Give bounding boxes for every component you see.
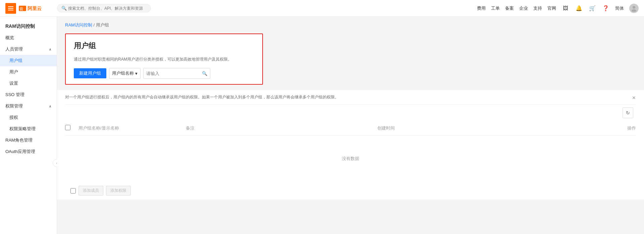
nav-item-cost[interactable]: 费用 bbox=[477, 5, 486, 11]
chevron-down-icon: ▾ bbox=[135, 71, 138, 76]
sidebar-item-auth[interactable]: 授权 bbox=[0, 112, 57, 123]
add-member-button: 添加成员 bbox=[78, 186, 103, 196]
sidebar: RAM访问控制 概览 人员管理 ∧ 用户组 用户 设置 SSO 管理 权限管理 … bbox=[0, 17, 57, 234]
people-mgmt-label: 人员管理 bbox=[5, 46, 23, 52]
content-area: 对一个用户组进行授权后，用户组内的所有用户会自动继承该用户组的权限。如果一个用户… bbox=[57, 90, 644, 200]
sidebar-item-user-group[interactable]: 用户组 bbox=[0, 55, 57, 66]
chevron-up-icon2: ∧ bbox=[49, 104, 51, 108]
breadcrumb-ram[interactable]: RAM访问控制 bbox=[65, 22, 92, 27]
info-text: 通过用户组对职责相同的RAM用户进行分类并授权，可以更加高效地管理用户及其权限。 bbox=[74, 57, 232, 62]
table-col-name: 用户组名称/显示名称 bbox=[78, 125, 186, 131]
logo: 云 阿里云 bbox=[19, 4, 49, 13]
table-col-time: 创建时间 bbox=[377, 125, 569, 131]
add-perm-button: 添加权限 bbox=[106, 186, 131, 196]
search-input[interactable] bbox=[68, 6, 147, 11]
logo-svg: 云 阿里云 bbox=[19, 4, 49, 13]
search-icon2[interactable]: 🔍 bbox=[202, 71, 207, 76]
refresh-button[interactable]: ↻ bbox=[623, 107, 633, 118]
svg-point-3 bbox=[633, 6, 635, 9]
outer-info-banner: 对一个用户组进行授权后，用户组内的所有用户会自动继承该用户组的权限。如果一个用户… bbox=[65, 90, 636, 105]
select-all-checkbox[interactable] bbox=[65, 125, 70, 130]
select-all-checkbox-bottom[interactable] bbox=[70, 188, 76, 193]
table-check-col bbox=[65, 125, 78, 131]
refresh-row: ↻ bbox=[65, 105, 636, 121]
nav-item-ticket[interactable]: 工单 bbox=[491, 5, 500, 11]
empty-text: 没有数据 bbox=[342, 156, 359, 161]
empty-state: 没有数据 bbox=[65, 136, 636, 182]
cart-icon[interactable]: 🛒 bbox=[588, 4, 596, 12]
close-info-btn[interactable]: ✕ bbox=[632, 94, 636, 101]
sidebar-item-overview[interactable]: 概览 bbox=[0, 32, 57, 44]
table-footer: 添加成员 添加权限 bbox=[65, 182, 636, 200]
sidebar-item-settings[interactable]: 设置 bbox=[0, 78, 57, 89]
nav-item-enterprise[interactable]: 企业 bbox=[519, 5, 528, 11]
svg-text:阿里云: 阿里云 bbox=[28, 6, 42, 11]
main-content: RAM访问控制 / 用户组 用户组 通过用户组对职责相同的RAM用户进行分类并授… bbox=[57, 17, 644, 234]
perm-mgmt-label: 权限管理 bbox=[5, 103, 23, 109]
toolbar: 新建用户组 用户组名称 ▾ 🔍 bbox=[74, 68, 254, 79]
table-col-action: 操作 bbox=[569, 125, 636, 131]
page-header-box: 用户组 通过用户组对职责相同的RAM用户进行分类并授权，可以更加高效地管理用户及… bbox=[65, 33, 263, 85]
svg-point-4 bbox=[632, 9, 636, 12]
search-wrap[interactable]: 🔍 bbox=[143, 68, 210, 79]
svg-text:云: 云 bbox=[19, 7, 23, 11]
sidebar-item-oauth[interactable]: OAuth应用管理 bbox=[0, 146, 57, 157]
breadcrumb: RAM访问控制 / 用户组 bbox=[65, 22, 636, 28]
nav-right: 费用 工单 备案 企业 支持 官网 🖼 🔔 🛒 ❓ 简体 bbox=[477, 4, 639, 13]
new-group-button[interactable]: 新建用户组 bbox=[74, 68, 106, 78]
filter-label: 用户组名称 bbox=[112, 70, 134, 76]
chevron-up-icon: ∧ bbox=[49, 48, 51, 51]
nav-item-icp[interactable]: 备案 bbox=[505, 5, 514, 11]
filter-dropdown[interactable]: 用户组名称 ▾ bbox=[109, 68, 141, 79]
help-icon[interactable]: ❓ bbox=[602, 4, 610, 12]
sidebar-item-people-mgmt[interactable]: 人员管理 ∧ bbox=[0, 44, 57, 55]
sidebar-title: RAM访问控制 bbox=[0, 19, 57, 32]
table-col-note: 备注 bbox=[186, 125, 377, 131]
user-avatar[interactable] bbox=[629, 4, 639, 13]
nav-item-support[interactable]: 支持 bbox=[533, 5, 542, 11]
bell-icon[interactable]: 🔔 bbox=[575, 4, 583, 12]
menu-button[interactable] bbox=[5, 3, 16, 14]
search-icon: 🔍 bbox=[61, 6, 67, 11]
layout: RAM访问控制 概览 人员管理 ∧ 用户组 用户 设置 SSO 管理 权限管理 … bbox=[0, 17, 644, 234]
global-search[interactable]: 🔍 bbox=[57, 4, 151, 12]
image-icon[interactable]: 🖼 bbox=[561, 4, 570, 12]
outer-info-text: 对一个用户组进行授权后，用户组内的所有用户会自动继承该用户组的权限。如果一个用户… bbox=[65, 94, 339, 100]
sidebar-item-policy[interactable]: 权限策略管理 bbox=[0, 123, 57, 135]
top-nav: 云 阿里云 🔍 费用 工单 备案 企业 支持 官网 🖼 🔔 🛒 ❓ 简体 bbox=[0, 0, 644, 17]
table-header: 用户组名称/显示名称 备注 创建时间 操作 bbox=[65, 121, 636, 136]
nav-item-official[interactable]: 官网 bbox=[547, 5, 556, 11]
language-selector[interactable]: 简体 bbox=[615, 5, 624, 11]
sidebar-item-sso[interactable]: SSO 管理 bbox=[0, 89, 57, 100]
sidebar-item-perm-mgmt[interactable]: 权限管理 ∧ bbox=[0, 100, 57, 112]
breadcrumb-user-group: 用户组 bbox=[96, 22, 109, 27]
breadcrumb-sep: / bbox=[94, 22, 96, 27]
page-title: 用户组 bbox=[74, 41, 254, 51]
info-banner: 通过用户组对职责相同的RAM用户进行分类并授权，可以更加高效地管理用户及其权限。 bbox=[74, 56, 254, 63]
sidebar-item-ram-role[interactable]: RAM角色管理 bbox=[0, 135, 57, 146]
search-input-field[interactable] bbox=[146, 71, 202, 76]
sidebar-item-user[interactable]: 用户 bbox=[0, 66, 57, 78]
